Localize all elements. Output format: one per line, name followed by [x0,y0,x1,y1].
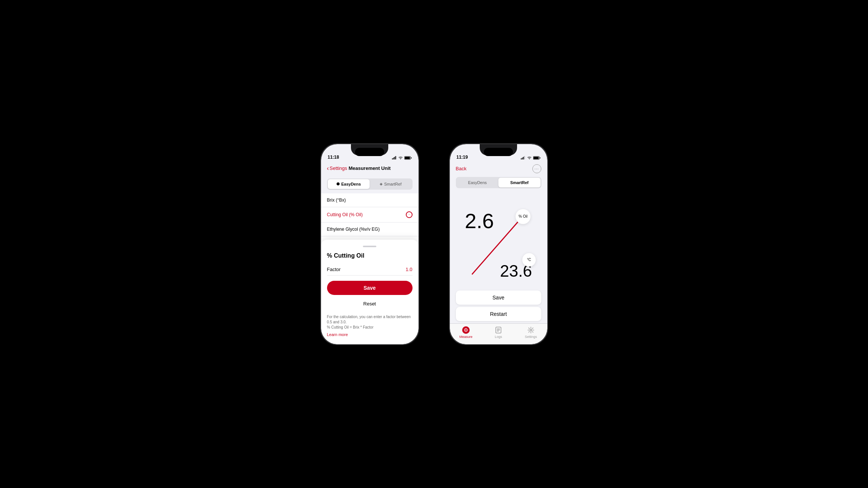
page-title-1: Measurement Unit [349,165,391,171]
learn-more-link[interactable]: Learn more [327,332,413,337]
more-icon: ··· [534,167,539,171]
unit-badge-oil[interactable]: % Oil [516,209,531,224]
svg-rect-10 [524,156,525,159]
phone-2: 11:19 [449,143,548,345]
svg-rect-13 [533,157,539,159]
tab-easydens-label-2: EasyDens [468,180,487,185]
tab-smartref-label-1: SmartRef [384,182,401,186]
segment-tabs-2: EasyDens SmartRef [456,177,541,188]
more-button[interactable]: ··· [532,164,541,173]
svg-rect-8 [522,158,523,159]
factor-row: Factor 1.0 [327,264,413,276]
svg-rect-1 [393,158,394,159]
list-item-brix-label: Brix (°Bx) [327,198,346,203]
learn-more-label: Learn more [327,332,348,337]
logs-tab-label: Logs [495,335,502,339]
svg-rect-9 [523,157,524,159]
list-item-brix[interactable]: Brix (°Bx) [321,193,419,207]
factor-label: Factor [327,267,341,272]
svg-rect-20 [497,330,500,330]
tab-smartref-label-2: SmartRef [510,180,529,185]
svg-rect-6 [405,157,410,159]
tab-smartref-1[interactable]: ◈ SmartRef [370,179,412,189]
phone-1: 11:18 [320,143,419,345]
svg-rect-5 [411,157,411,158]
measure-tab-label: Measure [459,335,472,339]
tab-smartref-2[interactable]: SmartRef [498,178,541,187]
settings-tab-icon [527,326,535,334]
smartref-icon: ◈ [380,182,383,186]
tab-measure[interactable]: Measure [450,326,482,339]
nav-bar-2: Back ··· [450,162,547,175]
list-item-cutting-oil[interactable]: Cutting Oil (% Oil) [321,207,419,223]
list-item-glycol-vv-label: Ethylene Glycol (%v/v EG) [327,227,380,232]
measurement-value-oil: 2.6 [465,211,494,231]
unit-temp-label: °C [527,258,531,262]
unit-oil-label: % Oil [519,214,528,218]
active-indicator [406,211,413,218]
dynamic-island-2 [484,148,513,156]
back-chevron-icon: ‹ [327,165,329,172]
status-time-2: 11:19 [457,155,468,160]
tab-settings[interactable]: Settings [515,326,547,339]
status-icons-2 [521,156,541,160]
save-button[interactable]: Save [327,281,413,295]
svg-rect-12 [539,157,540,158]
dynamic-island-1 [355,148,384,156]
tab-logs[interactable]: Logs [482,326,515,339]
reset-button[interactable]: Reset [327,298,413,310]
save-label: Save [364,285,376,291]
measure-container: 2.6 % Oil 23.6 °C [457,203,539,285]
back-label-1: Settings [330,165,347,171]
info-text: For the calculation, you can enter a fac… [327,314,413,330]
svg-rect-2 [394,157,395,159]
tab-easydens-2[interactable]: EasyDens [457,178,499,187]
sheet-title: % Cutting Oil [327,252,413,259]
svg-point-17 [466,329,467,330]
svg-point-22 [530,329,532,331]
list-item-glycol-vv[interactable]: Ethylene Glycol (%v/v EG) [321,223,419,236]
settings-tab-label: Settings [525,335,537,339]
action-save-button[interactable]: Save [456,290,541,305]
svg-rect-7 [521,158,522,159]
info-text-content: For the calculation, you can enter a fac… [327,315,411,329]
logs-tab-icon [494,326,503,334]
tab-bar: Measure Logs [450,323,547,344]
action-buttons: Save Restart [456,290,541,321]
back-button-1[interactable]: ‹ Settings [327,165,347,172]
wifi-icon [398,156,403,159]
easydens-icon: ⬢ [336,182,340,186]
unit-badge-temp[interactable]: °C [522,253,536,267]
svg-rect-19 [497,329,500,329]
tab-easydens-label-1: EasyDens [341,182,361,186]
svg-rect-3 [395,156,396,159]
measurement-area: 2.6 % Oil 23.6 °C [450,193,547,296]
signal-icon-2 [521,156,526,159]
action-save-label: Save [492,295,504,301]
action-restart-button[interactable]: Restart [456,307,541,321]
svg-rect-21 [497,331,499,332]
measure-tab-icon [462,326,470,334]
tab-easydens-1[interactable]: ⬢ EasyDens [328,179,370,189]
reset-label: Reset [363,301,376,307]
action-restart-label: Restart [490,311,507,317]
wifi-icon-2 [527,156,532,159]
factor-value[interactable]: 1.0 [405,267,412,272]
bottom-sheet: % Cutting Oil Factor 1.0 Save Reset For … [321,240,419,344]
svg-rect-0 [392,158,393,159]
status-icons-1 [392,156,412,160]
battery-icon [404,156,412,160]
back-button-2[interactable]: Back [456,166,467,171]
segment-tabs-1: ⬢ EasyDens ◈ SmartRef [327,178,413,190]
status-time-1: 11:18 [328,155,339,160]
battery-icon-2 [533,156,541,160]
list-item-cutting-oil-label: Cutting Oil (% Oil) [327,212,363,217]
nav-bar-1: ‹ Settings Measurement Unit [321,162,419,175]
sheet-handle [363,246,376,247]
signal-icon [392,156,397,159]
